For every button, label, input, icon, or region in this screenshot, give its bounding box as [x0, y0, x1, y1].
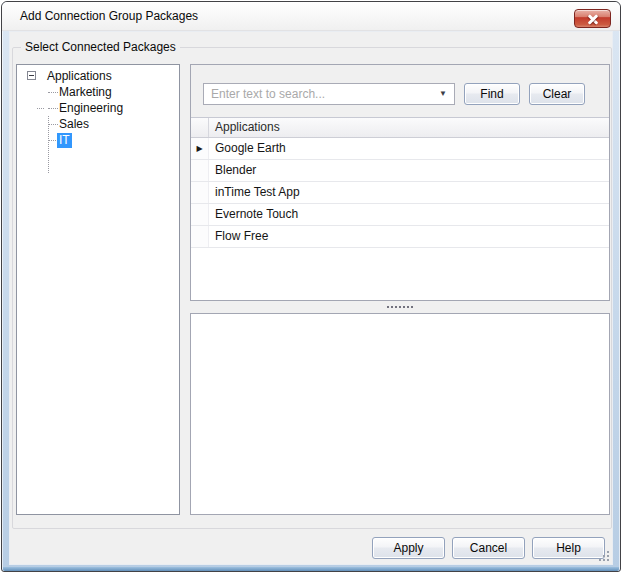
apply-button[interactable]: Apply	[372, 537, 445, 559]
table-row-blender[interactable]: Blender	[191, 160, 609, 182]
active-row-icon: ▶	[196, 145, 202, 153]
table-row-flow-free[interactable]: Flow Free	[191, 226, 609, 248]
search-input[interactable]	[204, 84, 432, 104]
resize-grip-icon[interactable]	[599, 551, 611, 563]
help-button[interactable]: Help	[532, 537, 605, 559]
search-combo: ▼	[203, 83, 455, 105]
table-row-evernote-touch[interactable]: Evernote Touch	[191, 204, 609, 226]
clear-button[interactable]: Clear	[529, 83, 585, 105]
group-box-label: Select Connected Packages	[21, 40, 180, 54]
tree-item-label: Applications	[45, 69, 114, 84]
grid-cell: inTime Test App	[209, 182, 609, 203]
grid-cell: Evernote Touch	[209, 204, 609, 225]
window-title: Add Connection Group Packages	[20, 2, 198, 31]
title-bar[interactable]: Add Connection Group Packages	[2, 2, 620, 31]
row-indicator-cell	[191, 182, 209, 203]
table-row-intime-test-app[interactable]: inTime Test App	[191, 182, 609, 204]
tree-item-label: Engineering	[57, 101, 125, 116]
tree-collapse-icon[interactable]	[27, 71, 36, 80]
dialog-content: Select Connected Packages Applications M…	[9, 31, 613, 565]
grid-cell: Flow Free	[209, 226, 609, 247]
selected-packages-panel	[190, 313, 610, 515]
window-frame-accent	[3, 567, 619, 571]
tree-item-applications[interactable]: Applications	[17, 68, 179, 84]
find-button[interactable]: Find	[464, 83, 520, 105]
grid-column-header[interactable]: Applications	[209, 118, 609, 137]
close-icon	[588, 14, 598, 24]
tree-item-it[interactable]: IT	[17, 132, 179, 148]
horizontal-splitter[interactable]	[190, 301, 610, 313]
tree-item-label-selected: IT	[57, 133, 72, 148]
row-indicator-cell	[191, 160, 209, 181]
row-indicator-cell	[191, 204, 209, 225]
close-button[interactable]	[574, 9, 611, 28]
tree-item-engineering[interactable]: Engineering	[17, 100, 179, 116]
department-tree: Applications Marketing Engineering Sales…	[16, 64, 180, 515]
grid-cell: Google Earth	[209, 138, 609, 159]
table-row-google-earth[interactable]: ▶ Google Earth	[191, 138, 609, 160]
applications-grid: Applications ▶ Google Earth Blender inTi…	[191, 117, 609, 300]
tree-item-label: Marketing	[57, 85, 114, 100]
splitter-grip-icon	[387, 306, 413, 308]
tree-item-marketing[interactable]: Marketing	[17, 84, 179, 100]
row-indicator-cell	[191, 226, 209, 247]
grid-header[interactable]: Applications	[191, 118, 609, 138]
tree-item-label: Sales	[57, 117, 91, 132]
chevron-down-icon[interactable]: ▼	[439, 90, 447, 98]
dialog-add-connection-group-packages: Add Connection Group Packages Select Con…	[1, 1, 621, 572]
cancel-button[interactable]: Cancel	[452, 537, 525, 559]
grid-indicator-header	[191, 118, 209, 137]
grid-cell: Blender	[209, 160, 609, 181]
packages-panel: ▼ Find Clear Applications ▶ Google Earth…	[190, 64, 610, 301]
row-indicator-cell: ▶	[191, 138, 209, 159]
tree-item-sales[interactable]: Sales	[17, 116, 179, 132]
